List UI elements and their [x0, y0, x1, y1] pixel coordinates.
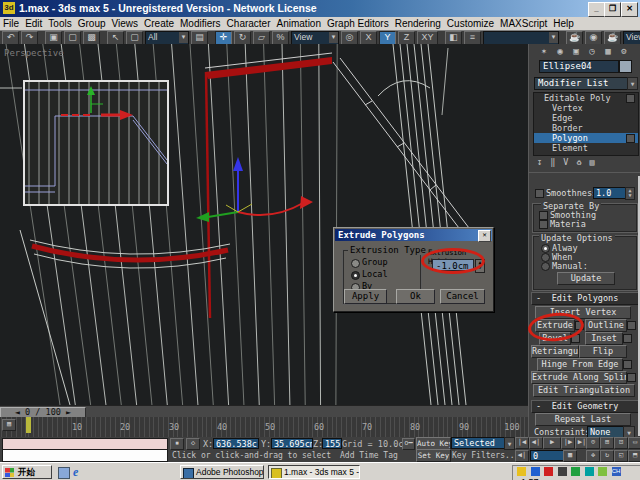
- menu-rendering[interactable]: Rendering: [392, 17, 444, 30]
- make-unique-icon[interactable]: V: [563, 157, 568, 167]
- modifier-list-dropdown[interactable]: Modifier List: [534, 77, 629, 90]
- key-step-icon[interactable]: ◀|: [515, 450, 529, 462]
- stack-polygon[interactable]: Polygon: [534, 133, 638, 143]
- zoom-all-icon[interactable]: ⊞: [600, 437, 614, 449]
- add-time-tag[interactable]: Add Time Tag: [340, 451, 398, 460]
- start-button[interactable]: 开始: [2, 465, 52, 479]
- select-link-icon[interactable]: ▣: [45, 31, 62, 45]
- render-last-icon[interactable]: ☕: [604, 31, 621, 45]
- set-key-big-icon[interactable]: o━: [402, 438, 415, 450]
- next-frame-icon[interactable]: |▶: [561, 437, 575, 449]
- retriangulate-button[interactable]: Retriangulate: [531, 345, 579, 358]
- restore-button[interactable]: ❐: [604, 2, 621, 17]
- viewport-label[interactable]: Perspective: [4, 48, 64, 58]
- title-bar[interactable]: 3d 1.max - 3ds max 5 - Unregistered Vers…: [0, 0, 640, 17]
- manual-radio[interactable]: [541, 262, 550, 271]
- min-max-toggle-icon[interactable]: ⬒: [628, 450, 640, 462]
- menu-graph-editors[interactable]: Graph Editors: [324, 17, 392, 30]
- pin-stack-icon[interactable]: ↧: [537, 157, 542, 167]
- selection-filter-dropdown[interactable]: All▼: [145, 31, 189, 45]
- tray-icon[interactable]: [544, 467, 553, 476]
- stack-edge[interactable]: Edge: [534, 113, 638, 123]
- tray-icon[interactable]: [598, 467, 607, 476]
- zoom-icon[interactable]: ⊙: [586, 437, 600, 449]
- snap-percent-icon[interactable]: %: [272, 31, 289, 45]
- ok-button[interactable]: Ok: [396, 289, 435, 304]
- menu-views[interactable]: Views: [109, 17, 142, 30]
- key-mode-dropdown[interactable]: Selected: [451, 437, 507, 449]
- menu-animation[interactable]: Animation: [274, 17, 324, 30]
- tray-icon[interactable]: [585, 467, 594, 476]
- smoothing-checkbox[interactable]: [539, 211, 548, 220]
- zoom-region-icon[interactable]: ▭: [628, 437, 640, 449]
- tray-icon[interactable]: [531, 467, 540, 476]
- chevron-down-icon[interactable]: ▼: [329, 32, 338, 43]
- object-color-swatch[interactable]: [619, 60, 632, 73]
- smoothness-spinner[interactable]: ▲▼: [625, 187, 635, 200]
- tab-display-icon[interactable]: ▦: [601, 45, 615, 57]
- dialog-title-bar[interactable]: Extrude Polygons: [335, 229, 492, 241]
- repeat-last-button[interactable]: Repeat Last: [535, 413, 631, 426]
- chevron-down-icon[interactable]: ▼: [627, 77, 638, 90]
- internet-explorer-icon[interactable]: e: [73, 465, 85, 478]
- menu-maxscript[interactable]: MAXScript: [497, 17, 550, 30]
- tab-hierarchy-icon[interactable]: ▣: [569, 45, 583, 57]
- volume-icon[interactable]: [517, 467, 526, 476]
- go-start-icon[interactable]: |◀: [515, 437, 529, 449]
- stack-element[interactable]: Element: [534, 143, 638, 153]
- chevron-down-icon[interactable]: ▼: [549, 32, 558, 43]
- use-pivot-icon[interactable]: ◎: [341, 31, 358, 45]
- select-object-icon[interactable]: ↖: [107, 31, 124, 45]
- tray-icon[interactable]: [558, 467, 567, 476]
- flip-button[interactable]: Flip: [579, 345, 627, 358]
- extrusion-height-spinner[interactable]: ▲▼: [475, 259, 485, 273]
- hinge-settings-box[interactable]: [623, 360, 632, 369]
- coord-system-dropdown[interactable]: View▼: [291, 31, 339, 45]
- materials-checkbox[interactable]: [539, 220, 548, 229]
- y-coord-field[interactable]: 35.695cm: [271, 438, 313, 449]
- show-end-result-icon[interactable]: ‖: [550, 157, 555, 167]
- outline-settings-box[interactable]: [627, 321, 636, 330]
- unlink-icon[interactable]: ▢: [64, 31, 81, 45]
- cancel-button[interactable]: Cancel: [440, 289, 485, 304]
- remove-modifier-icon[interactable]: ♻: [576, 157, 581, 167]
- prev-frame-icon[interactable]: ◀|: [529, 437, 543, 449]
- inset-button[interactable]: Inset: [585, 332, 623, 345]
- current-frame-field[interactable]: 0: [530, 450, 564, 461]
- apply-button[interactable]: Apply: [344, 289, 387, 304]
- stack-vertex[interactable]: Vertex: [534, 103, 638, 113]
- arc-rotate-icon[interactable]: ↻: [600, 450, 614, 462]
- show-desktop-icon[interactable]: [58, 467, 70, 479]
- insert-vertex-button[interactable]: Insert Vertex: [535, 306, 631, 319]
- stack-editable-poly[interactable]: Editable Poly: [534, 93, 638, 103]
- scale-icon[interactable]: ▱: [253, 31, 270, 45]
- minimize-button[interactable]: _: [588, 2, 605, 17]
- menu-file[interactable]: File: [0, 17, 22, 30]
- menu-create[interactable]: Create: [141, 17, 177, 30]
- mirror-icon[interactable]: ◧: [445, 31, 462, 45]
- tab-motion-icon[interactable]: ◷: [585, 45, 599, 57]
- absolute-offset-icon[interactable]: ◇: [186, 438, 200, 450]
- x-coord-field[interactable]: 636.538c: [213, 438, 259, 449]
- menu-group[interactable]: Group: [75, 17, 109, 30]
- tab-utilities-icon[interactable]: ⚙: [617, 45, 631, 57]
- stack-border[interactable]: Border: [534, 123, 638, 133]
- edit-polygons-rollout[interactable]: -Edit Polygons: [531, 292, 639, 305]
- pan-icon[interactable]: ✥: [586, 450, 600, 462]
- stack-toggle-box[interactable]: [626, 134, 635, 143]
- current-frame-marker[interactable]: [26, 417, 31, 433]
- axis-y-button[interactable]: Y: [379, 31, 396, 45]
- inset-settings-box[interactable]: [623, 334, 632, 343]
- axis-x-button[interactable]: X: [360, 31, 377, 45]
- render-type-dropdown[interactable]: View▼: [623, 31, 640, 45]
- extrude-along-spline-button[interactable]: Extrude Along Spline: [531, 371, 627, 384]
- object-name-field[interactable]: Ellipse04: [539, 60, 619, 73]
- extrude-settings-box[interactable]: [575, 321, 584, 330]
- configure-stack-icon[interactable]: ▤: [590, 157, 595, 167]
- region-select-icon[interactable]: ▢: [126, 31, 143, 45]
- key-filters-button[interactable]: Key Filters...: [452, 451, 519, 460]
- selection-lock-icon[interactable]: ▪: [170, 438, 184, 450]
- menu-character[interactable]: Character: [224, 17, 274, 30]
- update-button[interactable]: Update: [557, 272, 615, 285]
- field-of-view-icon[interactable]: ◱: [614, 450, 628, 462]
